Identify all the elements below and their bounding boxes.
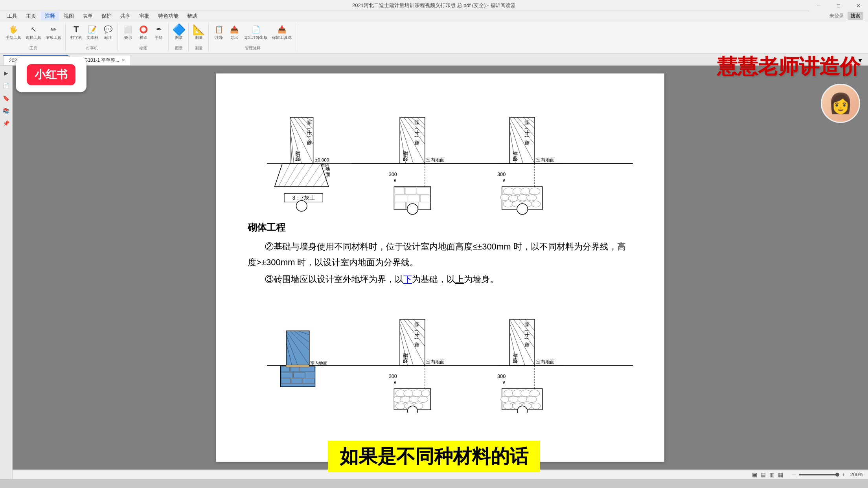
freehand-button[interactable]: ✒ 手绘 (152, 24, 166, 41)
svg-rect-50 (395, 202, 405, 209)
window-controls: ─ □ ✕ (809, 0, 868, 11)
typewriter-row: T 打字机 📝 文本框 💬 标注 (69, 24, 115, 41)
svg-point-151 (527, 396, 537, 403)
sidebar-page-icon[interactable]: 📄 (2, 81, 11, 90)
main-area: ▶ 📄 🔖 📚 📌 墙（士）槛 基础 (0, 66, 868, 479)
svg-rect-96 (281, 372, 292, 378)
hand-tool-button[interactable]: 🖐 手型工具 (4, 24, 23, 41)
svg-marker-14 (275, 163, 329, 187)
hand-icon: 🖐 (8, 24, 18, 35)
svg-rect-47 (395, 195, 407, 202)
menu-tool[interactable]: 工具 (3, 12, 21, 20)
callout-label: 标注 (104, 35, 112, 40)
svg-line-18 (290, 163, 305, 187)
svg-text:基础: 基础 (512, 353, 518, 363)
close-button[interactable]: ✕ (848, 0, 868, 11)
rule-3: ③砖围墙应以设计室外地坪为界，以下为基础，以上为墙身。 (248, 272, 633, 287)
textbox-button[interactable]: 📝 文本框 (85, 24, 100, 41)
menu-home[interactable]: 主页 (22, 12, 40, 20)
typewriter-icon: T (71, 24, 81, 35)
lower-middle-foundation: 墙（士）槛 基础 室内地面 300 (389, 319, 445, 413)
svg-text:基础: 基础 (403, 353, 408, 363)
measure-label: 测量 (195, 35, 203, 40)
menu-help[interactable]: 帮助 (183, 12, 201, 20)
callout-button[interactable]: 💬 标注 (101, 24, 115, 41)
svg-text:墙（士）槛: 墙（士）槛 (414, 119, 420, 145)
svg-text:面: 面 (326, 172, 330, 177)
svg-text:室内地面: 室内地面 (426, 359, 445, 364)
typewriter-group-label: 打字机 (86, 46, 98, 51)
search-box[interactable]: 搜索 (848, 12, 863, 20)
svg-rect-49 (420, 195, 430, 202)
sidebar-layer-icon[interactable]: 📚 (2, 106, 11, 115)
comment-icon: 📋 (214, 24, 224, 35)
lower-diagram-svg: 室内地面 (248, 291, 633, 413)
scroll-icon[interactable]: ▥ (769, 471, 776, 478)
below-text: 下 (403, 274, 412, 284)
teacher-title: 慧慧老师讲造价 (717, 53, 860, 81)
svg-text:3：7灰土: 3：7灰土 (292, 195, 314, 201)
sidebar-annotation-icon[interactable]: 📌 (2, 119, 11, 128)
rectangle-button[interactable]: ⬜ 矩形 (121, 24, 135, 41)
measure-button[interactable]: 📐 测量 (192, 24, 206, 41)
svg-text:300: 300 (497, 373, 506, 379)
ellipse-button[interactable]: ⭕ 椭圆 (136, 24, 151, 41)
svg-rect-45 (405, 187, 416, 194)
drawing-group-label: 缩图 (140, 46, 147, 51)
svg-text:∨: ∨ (502, 177, 506, 183)
comment-panel-button[interactable]: 📋 注释 (212, 24, 226, 41)
manage-row1: 📋 注释 📤 导出 📄 导出注释出版 📥 保留工具选 (212, 24, 293, 41)
menu-form[interactable]: 表单 (79, 12, 97, 20)
upper-diagram-svg: 墙（士）槛 基础 (248, 85, 633, 215)
tools-group-label: 工具 (29, 46, 37, 51)
svg-text:室内地面: 室内地面 (536, 157, 555, 162)
tab-doc2-close[interactable]: ✕ (121, 58, 125, 63)
zoom-slider[interactable] (799, 474, 839, 475)
edit-icon: ✏ (48, 24, 59, 35)
menu-protect[interactable]: 保护 (97, 12, 116, 20)
menu-review[interactable]: 审批 (135, 12, 153, 20)
menu-special[interactable]: 特色功能 (154, 12, 182, 20)
edit-tool-label: 缩放工具 (46, 35, 61, 40)
select-icon: ↖ (28, 24, 39, 35)
zoom-out-button[interactable]: ─ (791, 471, 798, 478)
menu-share[interactable]: 共享 (116, 12, 134, 20)
export-button[interactable]: 📤 导出 (227, 24, 241, 41)
teacher-overlay: 慧慧老师讲造价 👩 (717, 53, 860, 123)
svg-line-15 (275, 163, 283, 187)
import-button[interactable]: 📥 保留工具选 (270, 24, 293, 41)
sidebar-navigate-icon[interactable]: ▶ (2, 69, 11, 77)
import-icon: 📥 (277, 24, 287, 35)
maximize-button[interactable]: □ (829, 0, 848, 11)
tools-row: 🖐 手型工具 ↖ 选择工具 ✏ 缩放工具 (4, 24, 63, 41)
svg-rect-99 (291, 378, 302, 384)
export-pdf-button[interactable]: 📄 导出注释出版 (243, 24, 269, 41)
zoom-in-button[interactable]: + (840, 471, 847, 478)
typewriter-label: 打字机 (70, 35, 82, 40)
typewriter-button[interactable]: T 打字机 (69, 24, 84, 41)
doc-scroll[interactable]: 墙（士）槛 基础 (13, 66, 868, 470)
menu-annotation[interactable]: 注释 (41, 12, 59, 20)
select-tool-button[interactable]: ↖ 选择工具 (24, 24, 43, 41)
lower-left-foundation: 室内地面 (280, 331, 327, 387)
left-foundation: 墙（士）槛 基础 (275, 117, 330, 211)
svg-point-76 (527, 195, 537, 201)
single-page-icon[interactable]: ▣ (751, 471, 758, 478)
svg-point-80 (531, 201, 541, 207)
svg-point-25 (296, 200, 307, 211)
stamp-button[interactable]: 🔷 图章 (172, 24, 186, 41)
sidebar-bookmark-icon[interactable]: 🔖 (2, 94, 11, 103)
svg-point-147 (530, 390, 539, 397)
minimize-button[interactable]: ─ (809, 0, 829, 11)
svg-point-77 (503, 201, 513, 207)
menu-view[interactable]: 视图 (60, 12, 78, 20)
svg-text:室内地面: 室内地面 (310, 361, 327, 365)
edit-tool-button[interactable]: ✏ 缩放工具 (44, 24, 63, 41)
fit-icon[interactable]: ▦ (777, 471, 784, 478)
user-login[interactable]: 未登录 (829, 13, 844, 19)
two-page-icon[interactable]: ▤ (760, 471, 767, 478)
svg-text:300: 300 (389, 171, 397, 177)
svg-text:∨: ∨ (393, 379, 397, 385)
measure-group-label: 测量 (195, 46, 203, 51)
freehand-icon: ✒ (154, 24, 164, 35)
